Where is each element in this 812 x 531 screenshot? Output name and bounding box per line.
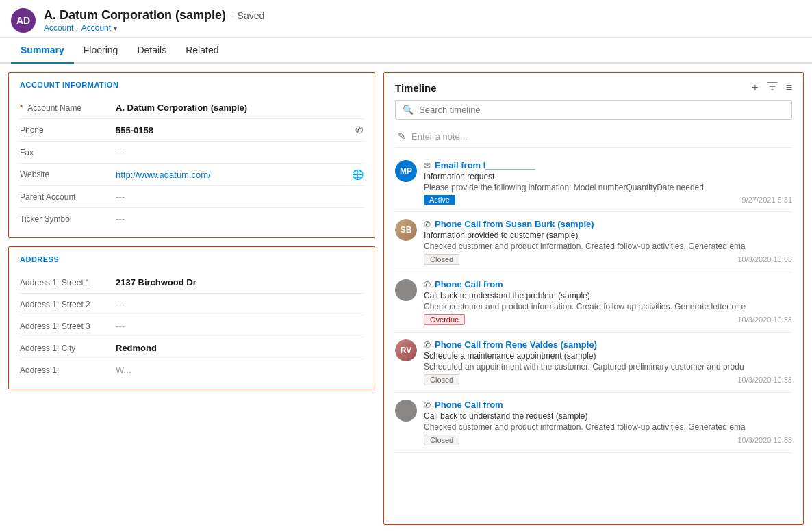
account-info-title: ACCOUNT INFORMATION	[20, 81, 364, 89]
entry-date: 10/3/2020 10:33	[737, 315, 792, 324]
field-label-fax: Fax	[20, 148, 116, 157]
list-item: SB ✆ Phone Call from Susan Burk (sample)…	[395, 212, 792, 272]
timeline-actions: + ≡	[752, 81, 792, 94]
tab-details[interactable]: Details	[127, 38, 176, 62]
required-indicator: *	[20, 103, 23, 113]
filter-timeline-button[interactable]	[767, 81, 778, 94]
field-value-ticker-symbol[interactable]: ---	[116, 213, 364, 224]
status-badge: Closed	[424, 254, 459, 265]
page-title: A. Datum Corporation (sample)	[44, 8, 226, 23]
entry-content: ✉ Email from I__________ Information req…	[424, 160, 792, 205]
address-title: ADDRESS	[20, 255, 364, 263]
entry-date: 10/3/2020 10:33	[737, 436, 792, 444]
avatar: RV	[395, 339, 417, 361]
field-label-state: Address 1:	[20, 365, 116, 375]
phone-icon[interactable]: ✆	[355, 125, 364, 135]
entry-title[interactable]: Email from I__________	[435, 160, 535, 170]
list-item: RV ✆ Phone Call from Rene Valdes (sample…	[395, 333, 792, 393]
field-label-ticker-symbol: Ticker Symbol	[20, 214, 116, 224]
field-value-city[interactable]: Redmond	[116, 343, 364, 353]
entry-body: Scheduled an appointment with the custom…	[424, 362, 792, 372]
entry-date: 9/27/2021 5:31	[742, 196, 792, 204]
field-label-account-name: * Account Name	[20, 103, 116, 113]
timeline-entries: MP ✉ Email from I__________ Information …	[384, 153, 803, 524]
entry-body: Checked customer and product information…	[424, 242, 792, 251]
status-badge: Closed	[424, 374, 459, 385]
timeline-search-bar: 🔍	[395, 100, 792, 120]
field-value-street3[interactable]: ---	[116, 321, 364, 331]
breadcrumb-sep: ·	[76, 23, 78, 33]
avatar: AD	[11, 8, 36, 33]
entry-footer: Overdue 10/3/2020 10:33	[424, 314, 792, 325]
phone-call-icon: ✆	[424, 400, 431, 410]
field-street1: Address 1: Street 1 2137 Birchwood Dr	[20, 272, 364, 294]
field-label-street1: Address 1: Street 1	[20, 278, 116, 287]
field-value-fax[interactable]: ---	[116, 147, 364, 157]
account-info-section: ACCOUNT INFORMATION * Account Name A. Da…	[8, 72, 375, 238]
entry-title[interactable]: Phone Call from	[435, 400, 503, 410]
entry-footer: Active 9/27/2021 5:31	[424, 195, 792, 205]
field-account-name: * Account Name A. Datum Corporation (sam…	[20, 97, 364, 119]
field-street2: Address 1: Street 2 ---	[20, 294, 364, 315]
avatar: SB	[395, 219, 417, 241]
pencil-icon: ✎	[398, 131, 406, 142]
breadcrumb: Account · Account ▾	[44, 23, 264, 33]
field-value-state[interactable]: W...	[116, 365, 364, 375]
field-label-street2: Address 1: Street 2	[20, 300, 116, 309]
field-value-parent-account[interactable]: ---	[116, 192, 364, 202]
entry-header: ✆ Phone Call from Susan Burk (sample)	[424, 219, 792, 229]
field-value-account-name[interactable]: A. Datum Corporation (sample)	[116, 103, 364, 113]
entry-footer: Closed 10/3/2020 10:33	[424, 374, 792, 385]
entry-subtitle: Information request	[424, 172, 792, 181]
field-value-street2[interactable]: ---	[116, 299, 364, 309]
entry-body: Check customer and product information. …	[424, 302, 792, 311]
status-badge: Closed	[424, 435, 459, 445]
search-input[interactable]	[419, 105, 785, 115]
entry-content: ✆ Phone Call from Susan Burk (sample) In…	[424, 219, 792, 265]
note-placeholder[interactable]: Enter a note...	[411, 131, 468, 142]
left-panel: ACCOUNT INFORMATION * Account Name A. Da…	[0, 64, 383, 531]
chevron-down-icon: ▾	[114, 25, 117, 32]
list-item: MP ✉ Email from I__________ Information …	[395, 153, 792, 212]
main-content: ACCOUNT INFORMATION * Account Name A. Da…	[0, 64, 812, 531]
field-street3: Address 1: Street 3 ---	[20, 315, 364, 337]
add-timeline-button[interactable]: +	[752, 81, 758, 94]
field-parent-account: Parent Account ---	[20, 186, 364, 208]
timeline-header: Timeline + ≡	[384, 73, 803, 100]
tab-flooring[interactable]: Flooring	[74, 38, 128, 62]
field-label-website: Website	[20, 170, 116, 179]
entry-date: 10/3/2020 10:33	[737, 376, 792, 384]
status-badge: Overdue	[424, 314, 465, 325]
entry-header: ✆ Phone Call from	[424, 279, 792, 289]
more-timeline-button[interactable]: ≡	[786, 81, 792, 94]
entry-title[interactable]: Phone Call from Susan Burk (sample)	[435, 219, 594, 229]
tab-bar: Summary Flooring Details Related	[0, 38, 812, 64]
entry-footer: Closed 10/3/2020 10:33	[424, 254, 792, 265]
entry-title[interactable]: Phone Call from Rene Valdes (sample)	[435, 339, 597, 350]
breadcrumb-account1[interactable]: Account	[44, 23, 73, 33]
tab-summary[interactable]: Summary	[11, 38, 74, 62]
list-item: ✆ Phone Call from Call back to understan…	[395, 272, 792, 333]
entry-body: Please provide the following information…	[424, 183, 792, 192]
entry-header: ✆ Phone Call from Rene Valdes (sample)	[424, 339, 792, 350]
saved-badge: - Saved	[231, 10, 264, 21]
timeline-note-area[interactable]: ✎ Enter a note...	[395, 125, 792, 148]
breadcrumb-account2[interactable]: Account	[81, 23, 111, 33]
header-title-area: A. Datum Corporation (sample) - Saved Ac…	[44, 8, 264, 33]
field-ticker-symbol: Ticker Symbol ---	[20, 208, 364, 229]
field-phone: Phone 555-0158 ✆	[20, 119, 364, 142]
field-label-street3: Address 1: Street 3	[20, 322, 116, 331]
status-badge: Active	[424, 195, 455, 205]
field-value-phone[interactable]: 555-0158	[116, 125, 350, 135]
field-label-phone: Phone	[20, 125, 116, 135]
field-state: Address 1: W...	[20, 359, 364, 380]
phone-call-icon: ✆	[424, 280, 431, 289]
search-icon: 🔍	[403, 105, 414, 115]
globe-icon[interactable]: 🌐	[352, 169, 364, 180]
entry-subtitle: Call back to understand the problem (sam…	[424, 291, 792, 300]
field-value-street1[interactable]: 2137 Birchwood Dr	[116, 277, 364, 287]
entry-title[interactable]: Phone Call from	[435, 279, 503, 289]
tab-related[interactable]: Related	[176, 38, 228, 62]
field-value-website[interactable]: http://www.adatum.com/	[116, 170, 346, 180]
field-website: Website http://www.adatum.com/ 🌐	[20, 164, 364, 186]
